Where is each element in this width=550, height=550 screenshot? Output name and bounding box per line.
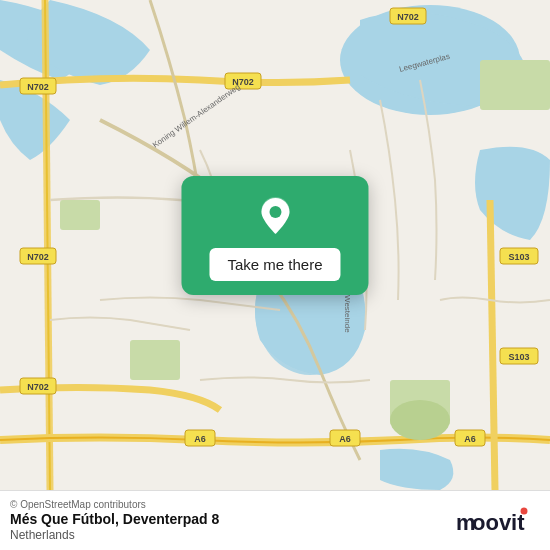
location-country: Netherlands xyxy=(10,528,219,542)
moovit-logo: m oovit xyxy=(456,506,536,536)
svg-point-7 xyxy=(390,400,450,440)
location-pin-icon xyxy=(253,194,297,238)
svg-text:oovit: oovit xyxy=(472,510,525,535)
take-me-there-button[interactable]: Take me there xyxy=(209,248,340,281)
svg-text:Westeinde: Westeinde xyxy=(343,295,352,333)
svg-rect-6 xyxy=(480,60,550,110)
attribution-text: © OpenStreetMap contributors xyxy=(10,499,219,510)
footer: © OpenStreetMap contributors Més Que Fút… xyxy=(0,490,550,550)
svg-text:N702: N702 xyxy=(27,382,49,392)
moovit-logo-svg: m oovit xyxy=(456,506,536,536)
svg-text:A6: A6 xyxy=(339,434,351,444)
footer-info: © OpenStreetMap contributors Més Que Fút… xyxy=(10,499,219,542)
svg-text:N702: N702 xyxy=(27,82,49,92)
location-popup: Take me there xyxy=(181,176,368,295)
svg-rect-4 xyxy=(130,340,180,380)
svg-rect-3 xyxy=(60,200,100,230)
svg-text:S103: S103 xyxy=(508,352,529,362)
svg-point-35 xyxy=(521,507,528,514)
svg-text:S103: S103 xyxy=(508,252,529,262)
svg-text:A6: A6 xyxy=(194,434,206,444)
svg-text:N702: N702 xyxy=(397,12,419,22)
svg-text:N702: N702 xyxy=(27,252,49,262)
svg-text:A6: A6 xyxy=(464,434,476,444)
location-name: Més Que Fútbol, Deventerpad 8 xyxy=(10,511,219,527)
map-container: N702 N702 N702 N702 N702 S103 S103 A6 A6… xyxy=(0,0,550,490)
svg-point-32 xyxy=(269,206,281,218)
